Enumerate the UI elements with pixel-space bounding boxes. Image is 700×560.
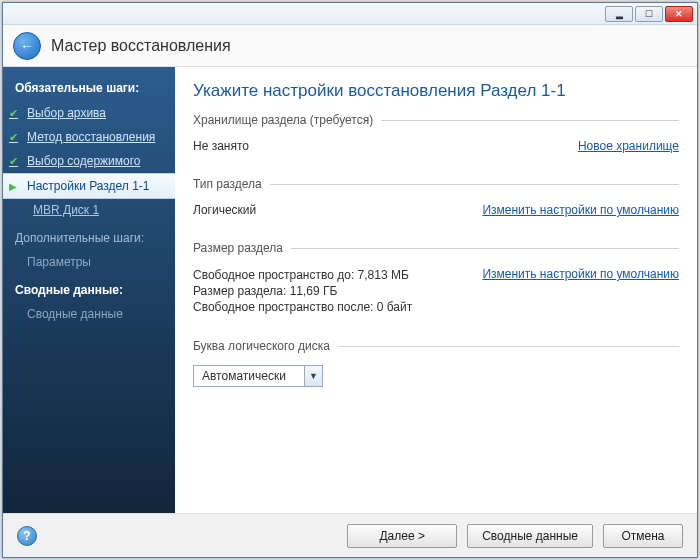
divider-line — [381, 120, 679, 121]
titlebar: ▂ ☐ ✕ — [3, 3, 697, 25]
sidebar-item-parameters[interactable]: Параметры — [3, 251, 175, 273]
sidebar-item-label: Метод восстановления — [27, 130, 155, 144]
drive-letter-value: Автоматически — [194, 366, 304, 386]
change-psize-defaults-link[interactable]: Изменить настройки по умолчанию — [482, 267, 679, 281]
minimize-button[interactable]: ▂ — [605, 6, 633, 22]
section-storage-label: Хранилище раздела (требуется) — [193, 113, 679, 127]
free-space-before: Свободное пространство до: 7,813 МБ — [193, 267, 412, 283]
section-label-text: Буква логического диска — [193, 339, 330, 353]
sidebar-item-summary[interactable]: Сводные данные — [3, 303, 175, 325]
change-ptype-defaults-link[interactable]: Изменить настройки по умолчанию — [482, 203, 679, 217]
next-button[interactable]: Далее > — [347, 524, 457, 548]
check-icon — [9, 106, 21, 118]
back-arrow-icon: ← — [20, 38, 34, 54]
free-space-after: Свободное пространство после: 0 байт — [193, 299, 412, 315]
wizard-window: ▂ ☐ ✕ ← Мастер восстановления Обязательн… — [2, 2, 698, 558]
chevron-down-icon[interactable]: ▼ — [304, 366, 322, 386]
divider-line — [291, 248, 679, 249]
page-title: Укажите настройки восстановления Раздел … — [193, 81, 679, 101]
divider-line — [270, 184, 679, 185]
sidebar: Обязательные шаги: Выбор архива Метод во… — [3, 67, 175, 513]
section-label-text: Размер раздела — [193, 241, 283, 255]
footer: ? Далее > Сводные данные Отмена — [3, 513, 697, 557]
section-label-text: Хранилище раздела (требуется) — [193, 113, 373, 127]
partition-size: Размер раздела: 11,69 ГБ — [193, 283, 412, 299]
sidebar-step-method[interactable]: Метод восстановления — [3, 125, 175, 149]
divider-line — [338, 346, 679, 347]
sidebar-step-content[interactable]: Выбор содержимого — [3, 149, 175, 173]
sidebar-summary-heading: Сводные данные: — [3, 279, 175, 303]
section-label-text: Тип раздела — [193, 177, 262, 191]
storage-value: Не занято — [193, 139, 249, 153]
maximize-button[interactable]: ☐ — [635, 6, 663, 22]
cancel-button[interactable]: Отмена — [603, 524, 683, 548]
ptype-value: Логический — [193, 203, 256, 217]
check-icon — [9, 154, 21, 166]
back-button[interactable]: ← — [13, 32, 41, 60]
sidebar-item-label: Выбор содержимого — [27, 154, 141, 168]
drive-letter-combobox[interactable]: Автоматически ▼ — [193, 365, 323, 387]
body: Обязательные шаги: Выбор архива Метод во… — [3, 67, 697, 513]
sidebar-item-label: Выбор архива — [27, 106, 106, 120]
section-psize-label: Размер раздела — [193, 241, 679, 255]
section-ptype-label: Тип раздела — [193, 177, 679, 191]
sidebar-item-label: Настройки Раздел 1-1 — [27, 179, 150, 193]
section-drive-letter-label: Буква логического диска — [193, 339, 679, 353]
wizard-title: Мастер восстановления — [51, 37, 231, 55]
sidebar-optional-heading: Дополнительные шаги: — [3, 227, 175, 251]
sidebar-required-heading: Обязательные шаги: — [3, 77, 175, 101]
help-icon[interactable]: ? — [17, 526, 37, 546]
sidebar-subitem-mbr-disk[interactable]: MBR Диск 1 — [3, 199, 175, 221]
close-button[interactable]: ✕ — [665, 6, 693, 22]
new-storage-link[interactable]: Новое хранилище — [578, 139, 679, 153]
summary-button[interactable]: Сводные данные — [467, 524, 593, 548]
sidebar-step-archive[interactable]: Выбор архива — [3, 101, 175, 125]
check-icon — [9, 130, 21, 142]
main-panel: Укажите настройки восстановления Раздел … — [175, 67, 697, 513]
sidebar-step-partition-settings[interactable]: Настройки Раздел 1-1 — [3, 173, 175, 199]
header: ← Мастер восстановления — [3, 25, 697, 67]
arrow-right-icon — [9, 179, 21, 191]
